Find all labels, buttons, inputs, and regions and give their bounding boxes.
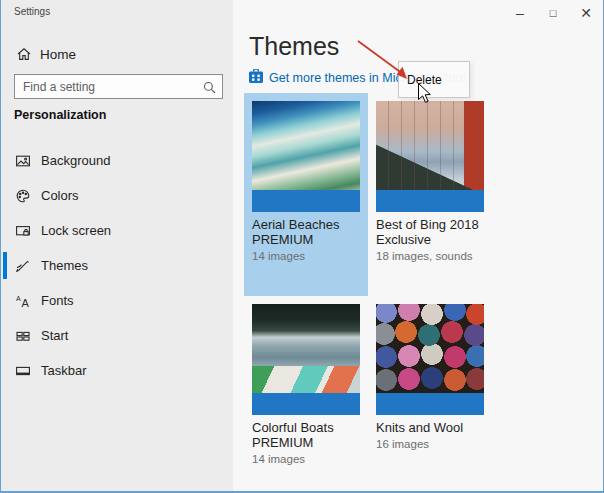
sidebar-item-lock-screen[interactable]: Lock screen <box>1 213 233 248</box>
theme-taskbar-strip <box>376 190 484 212</box>
theme-thumbnail <box>376 101 484 212</box>
svg-text:A: A <box>22 296 30 308</box>
sidebar-item-home[interactable]: Home <box>1 41 233 67</box>
sidebar-item-label: Home <box>40 47 76 62</box>
theme-name: Best of Bing 2018 Exclusive <box>376 217 488 247</box>
theme-name: Aerial Beaches PREMIUM <box>252 217 364 247</box>
microsoft-store-icon <box>249 69 263 87</box>
sidebar-item-colors[interactable]: Colors <box>1 178 233 213</box>
taskbar-icon <box>15 363 31 379</box>
sidebar-section-header: Personalization <box>14 108 106 122</box>
sidebar-item-label: Themes <box>41 258 88 273</box>
search-icon <box>203 80 216 98</box>
theme-name: Knits and Wool <box>376 420 488 435</box>
theme-card-knits-and-wool[interactable]: Knits and Wool 16 images <box>368 296 492 493</box>
window-title: Settings <box>14 6 50 17</box>
sidebar-item-label: Background <box>41 153 110 168</box>
theme-thumbnail <box>252 304 360 415</box>
sidebar-item-label: Fonts <box>41 293 74 308</box>
sidebar-item-label: Lock screen <box>41 223 111 238</box>
theme-meta: 14 images <box>252 250 360 262</box>
close-button[interactable]: ✕ <box>571 0 601 26</box>
palette-icon <box>15 188 31 204</box>
maximize-button[interactable]: □ <box>538 0 568 26</box>
theme-taskbar-strip <box>252 393 360 415</box>
theme-taskbar-strip <box>376 393 484 415</box>
themes-brush-icon <box>15 258 31 274</box>
settings-window: Settings – □ ✕ Home Personalization <box>0 0 604 493</box>
sidebar-item-themes[interactable]: Themes <box>1 248 233 283</box>
theme-meta: 16 images <box>376 438 484 450</box>
sidebar-item-start[interactable]: Start <box>1 318 233 353</box>
page-title: Themes <box>249 32 339 61</box>
sidebar-item-label: Colors <box>41 188 79 203</box>
sidebar-nav: Background Colors <box>1 143 233 388</box>
sidebar-item-fonts[interactable]: A A Fonts <box>1 283 233 318</box>
theme-name: Colorful Boats PREMIUM <box>252 420 364 450</box>
start-tiles-icon <box>15 328 31 344</box>
theme-thumbnail <box>376 304 484 415</box>
minimize-button[interactable]: – <box>505 0 535 26</box>
background-image-icon <box>15 153 31 169</box>
sidebar-item-background[interactable]: Background <box>1 143 233 178</box>
theme-meta: 14 images <box>252 453 360 465</box>
theme-card-best-of-bing[interactable]: Best of Bing 2018 Exclusive 18 images, s… <box>368 93 492 296</box>
theme-meta: 18 images, sounds <box>376 250 484 262</box>
theme-thumbnail <box>252 101 360 212</box>
svg-text:A: A <box>16 294 21 301</box>
theme-card-colorful-boats[interactable]: Colorful Boats PREMIUM 14 images <box>244 296 368 493</box>
fonts-icon: A A <box>15 293 31 309</box>
sidebar-item-label: Taskbar <box>41 363 87 378</box>
context-menu-item-delete[interactable]: Delete <box>407 73 442 87</box>
theme-taskbar-strip <box>252 190 360 212</box>
sidebar: Home Personalization Background <box>1 0 233 491</box>
search-input[interactable] <box>14 74 223 99</box>
theme-card-aerial-beaches[interactable]: Aerial Beaches PREMIUM 14 images <box>244 93 368 296</box>
context-menu: Delete <box>398 61 470 98</box>
lock-screen-icon <box>15 223 31 239</box>
home-icon <box>16 46 32 62</box>
sidebar-item-label: Start <box>41 328 68 343</box>
sidebar-item-taskbar[interactable]: Taskbar <box>1 353 233 388</box>
theme-grid: Aerial Beaches PREMIUM 14 images Best of… <box>244 93 492 493</box>
